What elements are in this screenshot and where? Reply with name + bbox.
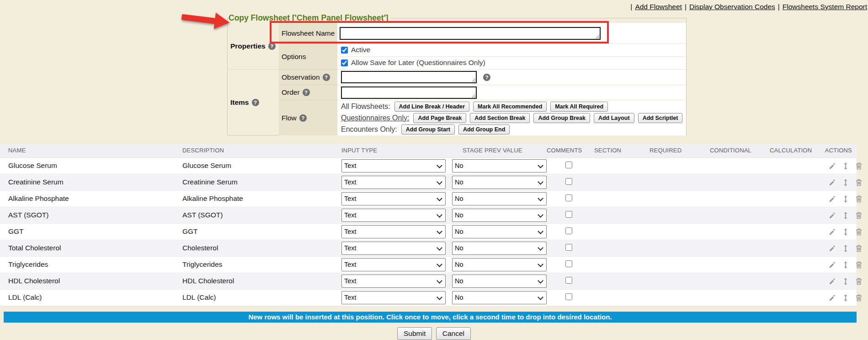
- input-type-select[interactable]: Text: [341, 258, 446, 271]
- order-label-text: Order: [282, 88, 300, 97]
- option-active-row: Active: [337, 44, 686, 57]
- move-vertical-icon[interactable]: [843, 179, 848, 186]
- mark-all-recommended-button[interactable]: Mark All Recommended: [473, 102, 547, 112]
- move-vertical-icon[interactable]: [843, 294, 848, 302]
- nav-link-add-flowsheet[interactable]: Add Flowsheet: [635, 3, 682, 11]
- pencil-icon[interactable]: [829, 261, 836, 269]
- insert-position-bar[interactable]: New rows will be inserted at this positi…: [4, 312, 857, 323]
- add-layout-button[interactable]: Add Layout: [594, 113, 634, 123]
- trash-icon[interactable]: [856, 228, 862, 236]
- flowsheet-name-input[interactable]: [340, 27, 601, 40]
- move-vertical-icon[interactable]: [843, 261, 848, 269]
- comments-checkbox[interactable]: [565, 293, 572, 300]
- comments-checkbox[interactable]: [565, 211, 572, 218]
- item-name: Triglycerides: [0, 256, 174, 273]
- stage-prev-value-select[interactable]: No: [452, 225, 547, 238]
- stage-prev-value-select[interactable]: No: [452, 291, 547, 304]
- pencil-icon[interactable]: [829, 195, 836, 203]
- move-vertical-icon[interactable]: [843, 195, 848, 203]
- stage-prev-value-select[interactable]: No: [452, 242, 547, 255]
- calculation-cell: [768, 240, 822, 256]
- pencil-icon[interactable]: [829, 179, 836, 186]
- trash-icon[interactable]: [856, 179, 862, 186]
- move-vertical-icon[interactable]: [843, 162, 848, 170]
- input-type-select[interactable]: Text: [341, 159, 446, 173]
- pencil-icon[interactable]: [829, 245, 836, 252]
- comments-checkbox[interactable]: [565, 227, 572, 234]
- active-checkbox[interactable]: [341, 47, 348, 54]
- nav-link-flowsheets-system-report[interactable]: Flowsheets System Report: [783, 3, 867, 11]
- flowsheet-name-cell: [337, 23, 686, 44]
- pencil-icon[interactable]: [829, 228, 836, 236]
- comments-checkbox[interactable]: [565, 244, 572, 251]
- stage-prev-value-select[interactable]: No: [452, 159, 547, 173]
- trash-icon[interactable]: [856, 212, 862, 219]
- pencil-icon[interactable]: [829, 212, 836, 219]
- move-vertical-icon[interactable]: [843, 278, 848, 285]
- move-vertical-icon[interactable]: [843, 228, 848, 236]
- stage-prev-value-select-wrap: No: [452, 176, 547, 189]
- trash-icon[interactable]: [856, 278, 862, 285]
- move-vertical-icon[interactable]: [843, 212, 848, 219]
- move-vertical-icon[interactable]: [843, 245, 848, 252]
- stage-prev-value-select[interactable]: No: [452, 275, 547, 288]
- input-type-select[interactable]: Text: [341, 225, 446, 238]
- calculation-cell: [768, 157, 822, 174]
- trash-icon[interactable]: [856, 294, 862, 302]
- stage-prev-value-select[interactable]: No: [452, 209, 547, 222]
- input-type-select[interactable]: Text: [341, 275, 446, 288]
- cancel-button[interactable]: Cancel: [436, 327, 471, 340]
- help-icon[interactable]: ?: [483, 74, 490, 81]
- input-type-select[interactable]: Text: [341, 209, 446, 222]
- submit-button[interactable]: Submit: [397, 327, 432, 340]
- input-type-select-wrap: Text: [341, 242, 446, 255]
- comments-checkbox[interactable]: [565, 194, 572, 201]
- add-group-start-button[interactable]: Add Group Start: [401, 124, 455, 135]
- conditional-cell: [708, 174, 768, 190]
- help-icon[interactable]: ?: [299, 114, 307, 122]
- comments-checkbox[interactable]: [565, 260, 572, 267]
- input-type-select[interactable]: Text: [341, 291, 446, 304]
- table-row: Creatinine Serum Creatinine Serum Text N…: [0, 174, 857, 190]
- stage-prev-value-select[interactable]: No: [452, 258, 547, 271]
- trash-icon[interactable]: [856, 245, 862, 252]
- add-line-break-header-button[interactable]: Add Line Break / Header: [394, 102, 470, 112]
- section-cell: [592, 256, 648, 273]
- stage-prev-value-select[interactable]: No: [452, 176, 547, 189]
- add-section-break-button[interactable]: Add Section Break: [470, 113, 530, 123]
- comments-checkbox[interactable]: [565, 277, 572, 284]
- col-header-actions: ACTIONS: [822, 144, 857, 157]
- item-name: AST (SGOT): [0, 207, 174, 223]
- help-icon[interactable]: ?: [252, 99, 259, 106]
- add-group-break-button[interactable]: Add Group Break: [533, 113, 590, 123]
- pencil-icon[interactable]: [829, 294, 836, 302]
- trash-icon[interactable]: [856, 195, 862, 203]
- comments-checkbox[interactable]: [565, 178, 572, 185]
- pencil-icon[interactable]: [829, 162, 836, 170]
- stage-prev-value-select[interactable]: No: [452, 192, 547, 205]
- observation-input[interactable]: [341, 71, 477, 83]
- input-type-select[interactable]: Text: [341, 192, 446, 205]
- mark-all-required-button[interactable]: Mark All Required: [550, 102, 608, 112]
- flow-group-questionnaires-only: Questionnaires Only:Add Page BreakAdd Se…: [337, 112, 686, 124]
- page-title: Copy Flowsheet ['Chem Panel Flowsheet']: [229, 13, 391, 23]
- items-table: NAME DESCRIPTION INPUT TYPE STAGE PREV V…: [0, 144, 857, 306]
- input-type-select[interactable]: Text: [341, 176, 446, 189]
- order-input[interactable]: [341, 86, 477, 99]
- allow-save-checkbox[interactable]: [341, 59, 348, 66]
- pencil-icon[interactable]: [829, 278, 836, 285]
- help-icon[interactable]: ?: [268, 43, 276, 50]
- trash-icon[interactable]: [856, 162, 862, 170]
- col-header-name: NAME: [0, 144, 174, 157]
- nav-link-display-observation-codes[interactable]: Display Observation Codes: [689, 3, 775, 11]
- item-description: LDL (Calc): [174, 289, 333, 306]
- trash-icon[interactable]: [856, 261, 862, 269]
- help-icon[interactable]: ?: [323, 74, 330, 81]
- add-page-break-button[interactable]: Add Page Break: [413, 113, 466, 123]
- add-scriptlet-button[interactable]: Add Scriptlet: [638, 113, 683, 123]
- table-row: Alkaline Phosphate Alkaline Phosphate Te…: [0, 190, 857, 207]
- help-icon[interactable]: ?: [303, 89, 310, 96]
- input-type-select[interactable]: Text: [341, 242, 446, 255]
- add-group-end-button[interactable]: Add Group End: [458, 124, 510, 135]
- comments-checkbox[interactable]: [565, 162, 572, 168]
